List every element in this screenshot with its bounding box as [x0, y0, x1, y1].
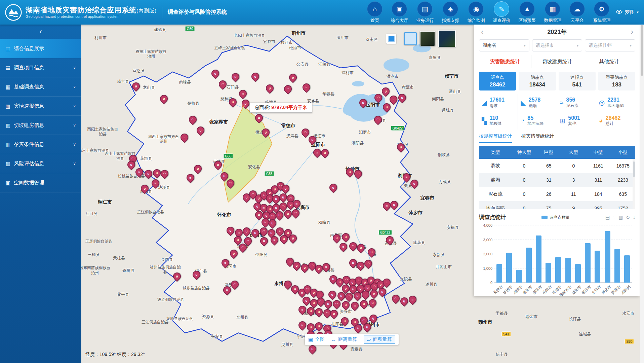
bar-switch-icon[interactable]: ▥ — [618, 215, 623, 220]
bar-rect — [595, 251, 600, 283]
bar-湘潭市[interactable]: 湘潭市 — [514, 225, 524, 283]
app-title: 湖南省地质灾害防治综合应用系统(内测版) — [26, 6, 157, 14]
hazard-pin-icon: ∪ — [331, 311, 337, 317]
y-tick: 1,000 — [480, 266, 492, 270]
bar-娄底市[interactable]: 娄底市 — [612, 225, 622, 283]
sidebar-item[interactable]: ◫综合信息展示 — [0, 39, 81, 58]
hazard-type-grid: ◢17601滑坡◣2578崩塌≈856泥石流◎2231地面塌陷▚110地裂缝◔8… — [479, 94, 635, 130]
hazard-pin-icon: ≈ — [293, 201, 300, 207]
hazard-pin-icon: ∪ — [230, 99, 236, 105]
bar-郴州市[interactable]: 郴州市 — [583, 225, 593, 283]
stats-panel: ‹ 2021年 › 湖南省▾请选择市▾请选择县/区▾ 灾害隐患统计切坡建房统计其… — [474, 25, 640, 296]
bar-rect — [605, 231, 610, 283]
bar-长沙市[interactable]: 长沙市 — [494, 225, 504, 283]
nav-item-command[interactable]: ◈指挥支撑 — [442, 1, 459, 24]
line-switch-icon[interactable]: ≈ — [613, 215, 615, 220]
nav-label: 云平台 — [571, 17, 584, 24]
hazard-pin-icon: ∪ — [231, 250, 237, 257]
chart-header: 调查点统计 调查点数量 ▤≈▥↻↓ — [479, 213, 635, 222]
download-icon[interactable]: ↓ — [633, 215, 635, 220]
sidebar-item[interactable]: ▩风险评估信息∨ — [0, 154, 81, 173]
nav-item-cloud[interactable]: ☁云平台 — [569, 1, 585, 24]
nav-item-dashboard[interactable]: ▣综合大屏 — [391, 1, 408, 24]
bar-益阳市[interactable]: 益阳市 — [573, 225, 583, 283]
stat-box[interactable]: 调查点28462 — [479, 72, 516, 90]
cell: 崩塌 — [479, 177, 512, 183]
measure-distance-button[interactable]: ↔距离量算 — [331, 336, 357, 342]
tab-2[interactable]: 切坡建房统计 — [531, 55, 583, 68]
layer-controls — [386, 30, 456, 47]
nav-item-home[interactable]: ⌂首页 — [367, 1, 383, 24]
bar-株洲市[interactable]: 株洲市 — [504, 225, 514, 283]
sub-tab-1[interactable]: 按规模等级统计 — [479, 132, 512, 143]
stat-box[interactable]: 重要隐患点183 — [598, 72, 635, 90]
bar-邵阳市[interactable]: 邵阳市 — [534, 225, 544, 283]
tab-3[interactable]: 其他统计 — [583, 55, 635, 68]
sidebar-item[interactable]: ▦基础调查信息∨ — [0, 77, 81, 97]
x-tick: 益阳市 — [571, 284, 582, 295]
bar-岳阳市[interactable]: 岳阳市 — [544, 225, 553, 283]
sidebar-item[interactable]: ▤调查项目信息∨ — [0, 58, 81, 77]
data-view-icon[interactable]: ▤ — [605, 215, 610, 220]
next-year-button[interactable]: › — [629, 28, 635, 36]
nav-label: 区域预警 — [518, 17, 536, 24]
measure-area-button[interactable]: ▱面积量算 — [364, 335, 395, 344]
page-scrollbar[interactable] — [640, 25, 644, 363]
table-scrollbar[interactable] — [633, 159, 635, 209]
table-row[interactable]: 滑坡0650116116375 — [479, 159, 635, 173]
nav-item-settings[interactable]: ⚙系统管理 — [593, 1, 610, 24]
overview-map-button[interactable] — [386, 34, 396, 44]
bar-衡阳市[interactable]: 衡阳市 — [524, 225, 534, 283]
map-toolbar: ▣全图↔距离量算▱面积量算 — [305, 334, 399, 345]
sidebar-item[interactable]: ▣空间数据管理 — [0, 173, 81, 192]
subsystem-name: 调查评价与风险管控系统 — [168, 9, 227, 16]
hazard-pin-icon: ∪ — [333, 235, 340, 241]
nav-item-monitor[interactable]: ◉综合监测 — [467, 1, 485, 24]
hazard-pin-icon: ∪ — [221, 173, 228, 179]
user-menu[interactable]: 梦图 ▾ — [616, 9, 639, 15]
table-row[interactable]: 崩塌03133112233 — [479, 173, 635, 187]
stat-box[interactable]: 速报点541 — [559, 72, 596, 90]
refresh-icon[interactable]: ↻ — [626, 215, 630, 220]
bar-怀化市[interactable]: 怀化市 — [602, 225, 612, 283]
stat-box[interactable]: 隐患点18434 — [519, 72, 556, 90]
nav-item-survey[interactable]: ✎调查评价 — [493, 1, 510, 24]
sidebar-item[interactable]: ▥孕灾条件信息∨ — [0, 135, 81, 154]
region-select[interactable]: 请选择市▾ — [532, 39, 582, 51]
bar-湘西州[interactable]: 湘西州 — [622, 225, 632, 283]
full-extent-button[interactable]: ▣全图 — [308, 336, 324, 342]
table-row[interactable]: 泥石流02611184635 — [479, 187, 635, 201]
bar-rect — [565, 258, 571, 283]
hazard-pin-icon: ∪ — [401, 298, 407, 304]
nav-label: 综合大屏 — [391, 17, 408, 24]
hazard-pin-icon: ∪ — [195, 166, 201, 172]
region-select[interactable]: 请选择县/区▾ — [585, 39, 635, 51]
basemap-thumb-vector[interactable] — [404, 32, 417, 45]
sub-tab-2[interactable]: 按灾情等级统计 — [521, 132, 554, 143]
scrollbar-thumb[interactable] — [641, 25, 643, 76]
hazard-pin-icon: ∪ — [235, 237, 241, 243]
bar-张家界市[interactable]: 张家界市 — [563, 225, 573, 283]
tab-1[interactable]: 灾害隐患统计 — [479, 55, 531, 68]
hazard-pin-icon: ∪ — [354, 293, 361, 299]
nav-item-alert[interactable]: ▲区域预警 — [518, 1, 536, 24]
sidebar-item[interactable]: ▧灾情速报信息∨ — [0, 97, 81, 116]
bar-永州市[interactable]: 永州市 — [593, 225, 602, 283]
bar-rect — [506, 253, 512, 283]
table-row[interactable]: 地面塌陷07593951752 — [479, 201, 635, 209]
stat-label: 重要隐患点 — [606, 74, 628, 80]
basemap-thumb-terrain[interactable] — [438, 30, 456, 47]
hazard-pin-icon: ∪ — [368, 249, 375, 255]
sidebar-collapse-button[interactable]: ‹ — [0, 25, 81, 39]
nav-item-database[interactable]: ▦数据管理 — [544, 1, 561, 24]
prev-year-button[interactable]: ‹ — [479, 28, 485, 36]
subsidence-icon: ◔ — [521, 117, 525, 124]
bar-常德市[interactable]: 常德市 — [553, 225, 563, 283]
nav-item-business[interactable]: ▤业务运行 — [416, 1, 434, 24]
sidebar-item[interactable]: ▨切坡建房信息∨ — [0, 116, 81, 135]
x-tick: 怀化市 — [600, 284, 612, 295]
basemap-thumb-satellite[interactable] — [420, 31, 435, 46]
tooltip-value: 9797.04 — [271, 105, 288, 110]
y-tick: 4,000 — [480, 223, 492, 227]
region-select[interactable]: 湖南省▾ — [479, 39, 529, 51]
